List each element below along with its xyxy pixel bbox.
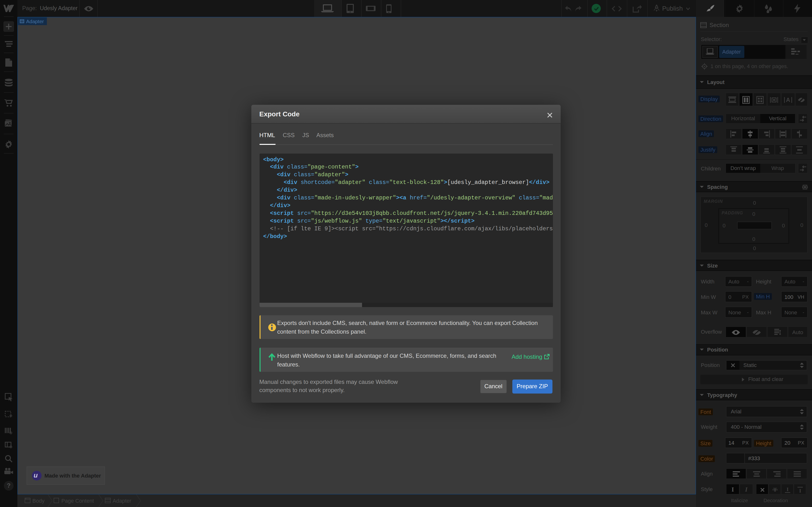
svg-text:A: A [786,97,790,103]
svg-text:I: I [786,487,789,492]
svg-text:I: I [799,488,801,493]
